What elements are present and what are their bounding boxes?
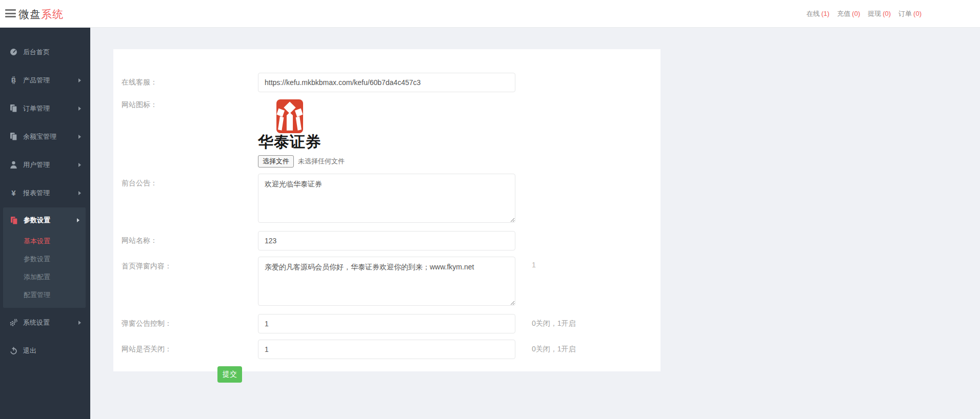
app-logo: 微盘系统 — [18, 7, 64, 22]
header-status-nav: 在线(1) 充值(0) 提现(0) 订单(0) — [806, 0, 922, 28]
nav-online-label: 在线 — [806, 10, 819, 17]
site-icon-preview: 华泰证券 — [258, 98, 322, 150]
form-row-popup-control: 弹窗公告控制： 0关闭，1开启 — [122, 314, 661, 333]
site-closed-input[interactable] — [258, 340, 515, 359]
form-row-site-icon: 网站图标： 华泰证券 — [122, 98, 661, 167]
popup-control-hint: 0关闭，1开启 — [532, 314, 576, 333]
nav-recharge-label: 充值 — [837, 10, 850, 17]
subitem-label: 配置管理 — [24, 290, 50, 300]
svg-text:B: B — [11, 77, 16, 84]
nav-orders-label: 订单 — [898, 10, 912, 17]
top-header: 微盘系统 在线(1) 充值(0) 提现(0) 订单(0) — [0, 0, 980, 28]
sidebar-subitem-config-manage[interactable]: 配置管理 — [3, 286, 86, 304]
hamburger-menu-icon[interactable] — [5, 9, 16, 18]
files-icon — [10, 217, 18, 224]
chevron-right-icon — [78, 78, 81, 82]
site-closed-hint: 0关闭，1开启 — [532, 340, 576, 359]
chevron-right-icon — [78, 191, 81, 195]
file-status-text: 未选择任何文件 — [298, 157, 345, 166]
sidebar-item-products[interactable]: B 产品管理 — [0, 66, 90, 94]
sidebar-item-label: 产品管理 — [23, 76, 50, 85]
user-icon — [10, 161, 17, 169]
online-service-label: 在线客服： — [122, 73, 258, 92]
nav-withdraw-link[interactable]: 提现(0) — [868, 9, 891, 18]
front-notice-textarea[interactable]: 欢迎光临华泰证券 — [258, 174, 515, 223]
form-row-front-notice: 前台公告： 欢迎光临华泰证券 — [122, 174, 661, 225]
popup-content-textarea[interactable]: 亲爱的凡客源码会员你好，华泰证券欢迎你的到来；www.fkym.net — [258, 257, 515, 306]
brand-part1: 微盘 — [18, 8, 41, 20]
dashboard-icon — [10, 48, 17, 56]
popup-content-label: 首页弹窗内容： — [122, 257, 258, 308]
nav-withdraw-count: (0) — [883, 10, 891, 17]
site-icon-label: 网站图标： — [122, 98, 258, 167]
site-closed-label: 网站是否关闭： — [122, 340, 258, 359]
sidebar-group-params: 参数设置 基本设置 参数设置 添加配置 配置管理 — [3, 207, 86, 308]
subitem-label: 添加配置 — [24, 273, 50, 282]
chevron-right-icon — [78, 107, 81, 111]
subitem-label: 参数设置 — [24, 255, 50, 264]
sidebar-item-label: 余额宝管理 — [23, 132, 56, 141]
nav-recharge-link[interactable]: 充值(0) — [837, 9, 860, 18]
bitcoin-icon: B — [10, 76, 17, 84]
site-name-label: 网站名称： — [122, 231, 258, 250]
huatai-logo-icon — [276, 99, 303, 133]
sidebar-item-system-settings[interactable]: 系统设置 — [0, 308, 90, 337]
sidebar-item-dashboard[interactable]: 后台首页 — [0, 38, 90, 66]
gears-icon — [10, 319, 17, 326]
sidebar: 后台首页 B 产品管理 订单管理 余额宝管理 — [0, 28, 90, 419]
popup-control-input[interactable] — [258, 314, 515, 333]
sidebar-item-logout[interactable]: 退出 — [0, 337, 90, 365]
chevron-right-icon — [77, 218, 79, 222]
sidebar-subitem-param-settings[interactable]: 参数设置 — [3, 250, 86, 268]
chevron-right-icon — [78, 135, 81, 139]
choose-file-button[interactable]: 选择文件 — [258, 155, 294, 167]
nav-orders-count: (0) — [913, 10, 922, 17]
form-row-site-closed: 网站是否关闭： 0关闭，1开启 — [122, 340, 661, 359]
sidebar-item-reports[interactable]: ¥ 报表管理 — [0, 179, 90, 207]
files-icon — [10, 104, 17, 112]
chevron-right-icon — [78, 321, 81, 325]
yen-icon: ¥ — [10, 189, 17, 197]
popup-content-hint: 1 — [532, 257, 536, 308]
sidebar-item-users[interactable]: 用户管理 — [0, 151, 90, 179]
huatai-logo-caption: 华泰证券 — [258, 133, 322, 150]
main-content: 在线客服： 网站图标： — [90, 28, 980, 419]
form-row-popup-content: 首页弹窗内容： 亲爱的凡客源码会员你好，华泰证券欢迎你的到来；www.fkym.… — [122, 257, 661, 308]
front-notice-label: 前台公告： — [122, 174, 258, 225]
nav-recharge-count: (0) — [852, 10, 860, 17]
sidebar-item-label: 系统设置 — [23, 318, 50, 327]
sidebar-item-label: 退出 — [23, 346, 36, 355]
site-name-input[interactable] — [258, 231, 515, 250]
svg-text:¥: ¥ — [11, 189, 16, 197]
files-icon — [10, 133, 17, 140]
sidebar-item-label: 后台首页 — [23, 48, 50, 57]
form-row-site-name: 网站名称： — [122, 231, 661, 250]
sidebar-item-label: 报表管理 — [23, 188, 50, 198]
sidebar-item-label: 用户管理 — [23, 160, 50, 170]
sidebar-item-params-settings[interactable]: 参数设置 — [3, 208, 86, 232]
sidebar-subitem-add-config[interactable]: 添加配置 — [3, 268, 86, 286]
form-row-online-service: 在线客服： — [122, 73, 661, 92]
nav-orders-link[interactable]: 订单(0) — [898, 9, 922, 18]
form-row-submit: 提交 — [122, 366, 661, 383]
sidebar-item-yuebao[interactable]: 余额宝管理 — [0, 122, 90, 151]
nav-withdraw-label: 提现 — [868, 10, 881, 17]
sidebar-item-label: 订单管理 — [23, 104, 50, 113]
brand-part2: 系统 — [41, 8, 64, 20]
settings-panel: 在线客服： 网站图标： — [113, 49, 661, 371]
basic-settings-form: 在线客服： 网站图标： — [113, 49, 661, 383]
power-icon — [10, 347, 17, 354]
sidebar-subitem-basic-settings[interactable]: 基本设置 — [3, 232, 86, 250]
sidebar-item-label: 参数设置 — [24, 216, 50, 225]
subitem-label: 基本设置 — [24, 237, 50, 246]
chevron-right-icon — [78, 163, 81, 167]
popup-control-label: 弹窗公告控制： — [122, 314, 258, 333]
submit-button[interactable]: 提交 — [217, 366, 242, 383]
online-service-input[interactable] — [258, 73, 515, 92]
file-input-row: 选择文件 未选择任何文件 — [258, 155, 515, 167]
nav-online-link[interactable]: 在线(1) — [806, 9, 829, 18]
sidebar-item-orders[interactable]: 订单管理 — [0, 94, 90, 122]
nav-online-count: (1) — [821, 10, 829, 17]
